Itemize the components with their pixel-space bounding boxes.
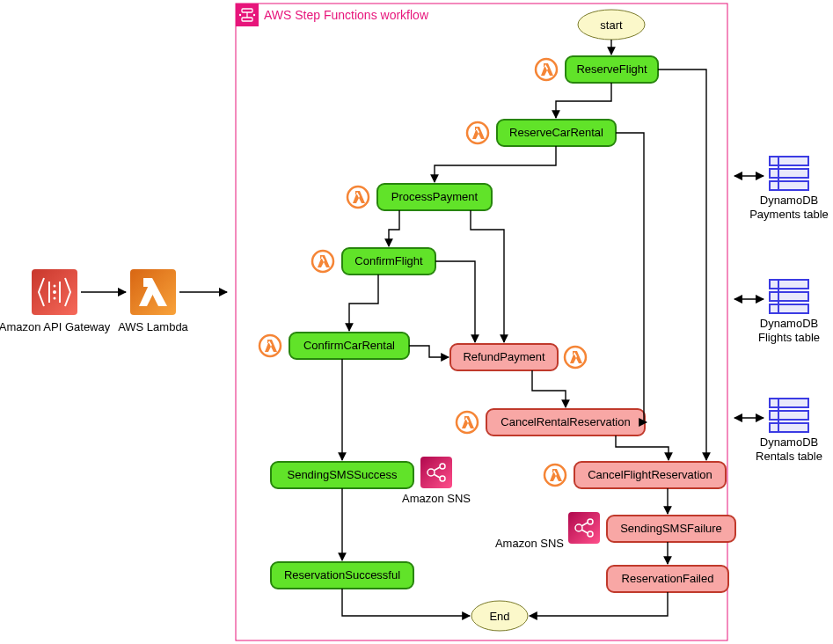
edge-confirmcar-refund [409,346,449,357]
reserve-flight-label: ReserveFlight [576,62,647,76]
lambda-ring-icon [259,335,281,356]
sns-icon [568,512,600,544]
node-reserve-flight: ReserveFlight [536,56,658,83]
svg-rect-46 [770,280,808,289]
sns-success-label: Amazon SNS [402,492,471,505]
dynamo-payments-label2: Payments table [749,208,829,221]
reservation-failed-label: ReservationFailed [622,572,714,585]
lambda-ring-icon [347,187,369,208]
svg-point-9 [253,14,255,16]
refund-payment-label: RefundPayment [463,350,545,363]
svg-point-2 [54,285,56,288]
aws-lambda-icon [130,269,176,315]
dynamo-payments-label1: DynamoDB [760,194,818,207]
dynamo-payments-icon [770,157,808,190]
dynamo-flights-label1: DynamoDB [760,317,818,330]
edge-processpayment-confirmflight [389,210,399,246]
svg-rect-42 [770,157,808,165]
svg-rect-44 [770,181,808,190]
node-reservation-failed: ReservationFailed [607,566,728,592]
node-cancel-flight-reservation: CancelFlightReservation [544,462,726,488]
node-sending-sms-failure: SendingSMSFailure [607,516,735,542]
sending-sms-success-label: SendingSMSSuccess [287,468,398,481]
edge-cancelrental-cancelflight [616,435,669,460]
edge-confirmflight-confirmcar [349,274,378,331]
api-gateway-label: Amazon API Gateway [0,320,111,333]
node-sending-sms-success: SendingSMSSuccess [271,462,413,488]
step-functions-container [236,4,727,640]
process-payment-label: ProcessPayment [391,190,479,203]
lambda-ring-icon [544,465,566,486]
edge-reservecar-cancelrental [616,133,647,422]
svg-rect-47 [770,292,808,301]
dynamo-flights-label2: Flights table [758,331,820,344]
lambda-ring-icon [536,59,557,80]
reservation-successful-label: ReservationSuccessful [284,568,400,582]
end-label: End [489,610,509,623]
edge-reservecar-processpayment [435,146,556,182]
node-refund-payment: RefundPayment [450,344,586,370]
container-title: AWS Step Functions workflow [264,8,429,22]
edge-confirmflight-refund [435,261,475,342]
cancel-flight-reservation-label: CancelFlightReservation [588,468,712,481]
svg-point-3 [54,297,56,300]
reserve-car-rental-label: ReserveCarRental [509,126,603,139]
edge-refund-cancelrental [532,370,566,407]
edge-reserveflight-reservecar [556,83,611,118]
cancel-rental-reservation-label: CancelRentalReservation [501,415,630,428]
svg-point-8 [239,14,241,16]
svg-rect-48 [770,304,808,313]
edge-reserveflight-cancelflight [658,70,706,460]
dynamo-flights-icon [770,280,808,313]
svg-rect-51 [770,411,808,420]
svg-rect-52 [770,423,808,432]
svg-rect-21 [420,457,452,488]
node-reserve-car-rental: ReserveCarRental [467,120,616,146]
sns-icon [420,457,452,488]
lambda-ring-icon [312,251,333,272]
api-gateway-icon [32,269,77,315]
svg-rect-43 [770,169,808,178]
sns-failure-label: Amazon SNS [495,537,564,550]
svg-rect-50 [770,399,808,407]
edge-resfailed-end [530,592,668,616]
confirm-flight-label: ConfirmFlight [354,254,423,267]
dynamo-rentals-label1: DynamoDB [760,435,818,449]
start-label: start [600,18,623,32]
lambda-ring-icon [565,347,586,368]
node-confirm-car-rental: ConfirmCarRental [259,333,409,359]
svg-point-1 [53,290,56,294]
svg-rect-35 [568,512,600,544]
dynamo-rentals-icon [770,399,808,432]
confirm-car-rental-label: ConfirmCarRental [303,339,395,352]
lambda-ring-icon [467,122,488,143]
node-process-payment: ProcessPayment [347,184,492,210]
node-confirm-flight: ConfirmFlight [312,248,435,274]
node-cancel-rental-reservation: CancelRentalReservation [457,409,645,435]
edge-ressuccess-end [342,589,470,616]
dynamo-rentals-label2: Rentals table [756,450,822,463]
lambda-ring-icon [457,412,478,433]
sending-sms-failure-label: SendingSMSFailure [620,522,722,535]
node-reservation-successful: ReservationSuccessful [271,562,413,589]
aws-lambda-label: AWS Lambda [118,320,188,333]
